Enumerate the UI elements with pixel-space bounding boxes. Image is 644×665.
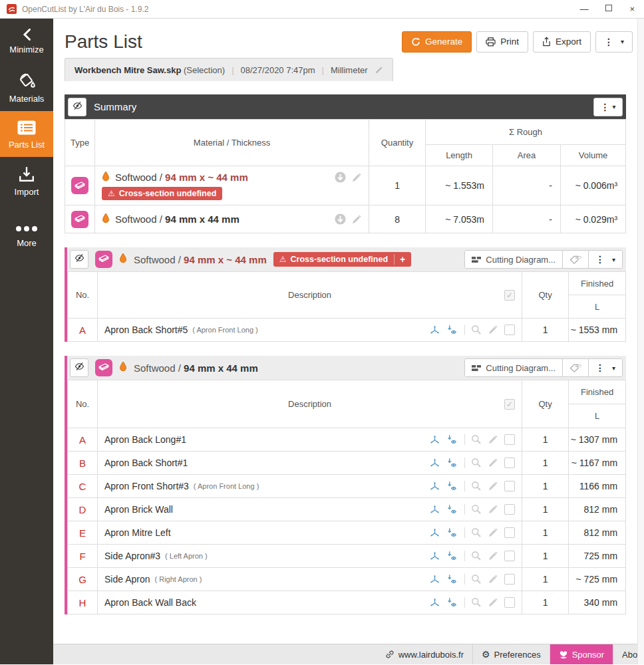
table-row: BApron Back Short#1 1~ 1167 mm <box>68 452 626 475</box>
zoom-part-icon[interactable] <box>471 458 482 468</box>
page-title: Parts List <box>65 31 402 53</box>
part-length: 340 mm <box>569 591 626 614</box>
collapse-circle-icon[interactable] <box>335 172 346 183</box>
row-checkbox[interactable] <box>504 325 515 335</box>
vertical-scrollbar[interactable] <box>637 19 644 664</box>
group-visibility-button[interactable] <box>70 358 88 377</box>
select-all-checkbox[interactable]: ✓ <box>504 290 515 301</box>
summary-visibility-button[interactable] <box>68 98 86 116</box>
sidebar-item-minimize[interactable]: Minimize <box>0 19 53 63</box>
cutting-diagram-button[interactable]: Cutting Diagram... <box>465 359 562 376</box>
divider <box>464 551 465 561</box>
highlight-axes-icon[interactable] <box>429 551 440 561</box>
summary-title: Summary <box>94 101 586 112</box>
add-cross-section-button[interactable]: + <box>394 254 405 265</box>
highlight-axes-icon[interactable] <box>429 597 440 608</box>
window-minimize-button[interactable]: — <box>579 5 588 13</box>
labels-button[interactable]: ? <box>562 251 588 268</box>
sidebar-item-import[interactable]: Import <box>0 157 53 204</box>
kebab-icon: ⋮ <box>604 37 613 47</box>
col-finished: Finished <box>569 380 626 404</box>
row-checkbox[interactable] <box>504 597 515 608</box>
edit-part-icon[interactable] <box>488 597 498 608</box>
edit-part-icon[interactable] <box>488 481 498 491</box>
highlight-axes-icon[interactable] <box>429 504 440 515</box>
edit-part-icon[interactable] <box>488 527 498 538</box>
highlight-part-icon[interactable] <box>446 551 458 561</box>
divider <box>464 574 465 585</box>
summary-area: - <box>493 205 561 233</box>
row-checkbox[interactable] <box>504 574 515 585</box>
edit-part-icon[interactable] <box>488 574 498 585</box>
highlight-part-icon[interactable] <box>446 458 458 468</box>
zoom-part-icon[interactable] <box>471 527 482 538</box>
zoom-part-icon[interactable] <box>471 551 482 561</box>
highlight-part-icon[interactable] <box>446 504 458 515</box>
window-maximize-button[interactable] <box>605 5 612 11</box>
highlight-axes-icon[interactable] <box>429 458 440 468</box>
edit-material-icon[interactable] <box>351 172 362 183</box>
collapse-circle-icon[interactable] <box>335 213 346 225</box>
highlight-part-icon[interactable] <box>446 434 458 445</box>
group-material: Softwood / <box>134 362 181 374</box>
zoom-part-icon[interactable] <box>471 574 482 585</box>
edit-part-icon[interactable] <box>488 504 498 515</box>
window-close-button[interactable]: × <box>629 5 635 13</box>
group-menu-button[interactable]: ⋮ ▾ <box>588 359 622 376</box>
parts-table: No. Description✓ Qty Finished L AApron B… <box>67 380 626 614</box>
edit-part-icon[interactable] <box>488 325 498 335</box>
zoom-part-icon[interactable] <box>471 597 482 608</box>
highlight-part-icon[interactable] <box>446 527 458 538</box>
file-tab[interactable]: Workbench Mitre Saw.skp (Selection) | 08… <box>65 58 393 81</box>
labels-button[interactable]: ? <box>562 359 588 376</box>
zoom-part-icon[interactable] <box>471 504 482 515</box>
highlight-axes-icon[interactable] <box>429 481 440 491</box>
group-visibility-button[interactable] <box>70 250 88 269</box>
highlight-axes-icon[interactable] <box>429 527 440 538</box>
row-checkbox[interactable] <box>504 434 515 445</box>
row-checkbox[interactable] <box>504 527 515 538</box>
part-length: ~ 725 mm <box>569 568 626 591</box>
sidebar-item-parts-list[interactable]: Parts List <box>0 111 53 157</box>
row-checkbox[interactable] <box>504 458 515 468</box>
sponsor-heart-icon <box>559 650 568 659</box>
zoom-part-icon[interactable] <box>471 434 482 445</box>
part-qty: 1 <box>522 591 569 614</box>
export-button[interactable]: Export <box>533 31 591 53</box>
edit-part-icon[interactable] <box>488 434 498 445</box>
highlight-axes-icon[interactable] <box>429 325 440 335</box>
footer-preferences-button[interactable]: ⚙ Preferences <box>472 644 550 664</box>
edit-part-icon[interactable] <box>488 551 498 561</box>
print-button[interactable]: Print <box>476 31 528 53</box>
link-icon <box>385 650 395 659</box>
select-all-checkbox[interactable]: ✓ <box>504 399 515 410</box>
group-menu-button[interactable]: ⋮ ▾ <box>588 251 622 268</box>
highlight-axes-icon[interactable] <box>429 434 440 445</box>
edit-part-icon[interactable] <box>488 458 498 468</box>
sidebar-item-more[interactable]: More <box>0 213 53 255</box>
solid-wood-type-icon <box>95 251 112 268</box>
zoom-part-icon[interactable] <box>471 325 482 335</box>
summary-menu-button[interactable]: ⋮▾ <box>593 98 623 116</box>
cutting-diagram-button[interactable]: Cutting Diagram... <box>465 251 562 268</box>
header-menu-button[interactable]: ⋮ ▾ <box>595 31 633 53</box>
generate-button[interactable]: Generate <box>402 31 472 53</box>
highlight-axes-icon[interactable] <box>429 574 440 585</box>
sidebar-item-materials[interactable]: Materials <box>0 63 53 111</box>
row-checkbox[interactable] <box>504 481 515 491</box>
highlight-part-icon[interactable] <box>446 481 458 491</box>
highlight-part-icon[interactable] <box>446 574 458 585</box>
material-group: Softwood / 94 mm x 44 mm Cutting Diagram… <box>65 356 626 614</box>
row-checkbox[interactable] <box>504 504 515 515</box>
row-checkbox[interactable] <box>504 551 515 561</box>
edit-settings-icon[interactable] <box>375 66 383 74</box>
col-quantity: Quantity <box>369 120 426 166</box>
highlight-part-icon[interactable] <box>446 325 458 335</box>
footer-sponsor-button[interactable]: Sponsor <box>550 644 613 664</box>
highlight-part-icon[interactable] <box>446 597 458 608</box>
edit-material-icon[interactable] <box>351 214 362 225</box>
footer-website-link[interactable]: www.lairdubois.fr <box>377 644 472 664</box>
part-name: Apron Back Wall Back <box>104 597 196 608</box>
zoom-part-icon[interactable] <box>471 481 482 491</box>
col-finished: Finished <box>569 272 626 295</box>
